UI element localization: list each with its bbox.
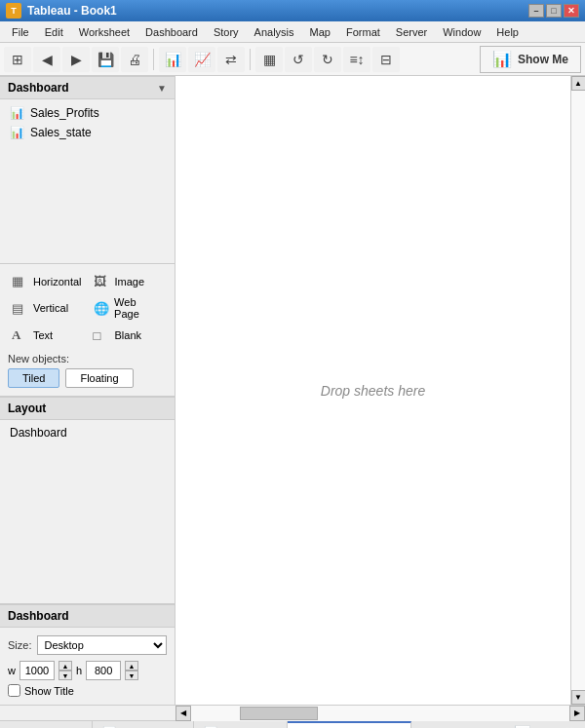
dashboard-config: Dashboard Size: Desktop Automatic Exactl… — [0, 603, 175, 705]
obj-blank[interactable]: □ Blank — [90, 326, 167, 345]
horizontal-icon: ▦ — [12, 274, 29, 288]
tiled-button[interactable]: Tiled — [8, 368, 59, 388]
menu-dashboard[interactable]: Dashboard — [137, 24, 206, 40]
toolbar-save-button[interactable]: 💾 — [92, 47, 119, 72]
sheet-list: 📊 Sales_Profits 📊 Sales_state — [0, 99, 175, 146]
show-title-row: Show Title — [8, 684, 167, 697]
sheet-item-sales-profits[interactable]: 📊 Sales_Profits — [0, 103, 175, 123]
toolbar-swap-button[interactable]: ⇄ — [217, 47, 245, 72]
toolbar-chart2-button[interactable]: 📈 — [188, 47, 215, 72]
layout-spacer — [0, 445, 175, 603]
dashboard-header-icon[interactable]: ▼ — [157, 83, 167, 94]
obj-image[interactable]: 🖼 Image — [90, 272, 167, 290]
objects-section: ▦ Horizontal 🖼 Image ▤ Vertical 🌐 Web Pa… — [0, 263, 175, 396]
dimensions-row: w ▲ ▼ h ▲ ▼ — [8, 661, 167, 680]
close-button[interactable]: ✕ — [564, 4, 579, 18]
menu-format[interactable]: Format — [338, 24, 388, 40]
size-select[interactable]: Desktop Automatic Exactly Range — [37, 635, 167, 655]
h-scroll-thumb[interactable] — [240, 707, 318, 720]
sheet-chart-icon-1: 📊 — [10, 106, 24, 120]
menu-map[interactable]: Map — [302, 24, 338, 40]
dashboard-panel-header: Dashboard ▼ — [0, 76, 175, 99]
new-objects-label: New objects: — [8, 353, 167, 364]
width-up-button[interactable]: ▲ — [58, 661, 72, 671]
h-scroll-right-button[interactable]: ▶ — [569, 706, 585, 721]
toolbar-undo-button[interactable]: ↺ — [285, 47, 312, 72]
tab-actions: 📊 ⊞ 📖 — [507, 721, 585, 728]
tab-sales-state[interactable]: 📊 Sales_state — [194, 721, 288, 728]
obj-horizontal[interactable]: ▦ Horizontal — [8, 272, 86, 290]
tab-profit-dashboard[interactable]: ⊞ Profit_Dashboard — [288, 721, 410, 728]
menu-edit[interactable]: Edit — [37, 24, 71, 40]
toolbar-grid-icon[interactable]: ⊞ — [4, 47, 31, 72]
dashboard-header-label: Dashboard — [8, 81, 69, 95]
h-scrollbar: ◀ ▶ — [0, 705, 585, 720]
toolbar-label-button[interactable]: ⊟ — [372, 47, 400, 72]
title-bar: T Tableau - Book1 – □ ✕ — [0, 0, 585, 21]
menu-analysis[interactable]: Analysis — [247, 24, 302, 40]
toolbar-filter-button[interactable]: ▦ — [255, 47, 283, 72]
h-scroll-spacer — [0, 706, 176, 721]
obj-text[interactable]: A Text — [8, 326, 86, 345]
dashboard-config-header: Dashboard — [0, 604, 175, 628]
menu-help[interactable]: Help — [488, 24, 526, 40]
height-input[interactable] — [86, 661, 121, 680]
objects-grid: ▦ Horizontal 🖼 Image ▤ Vertical 🌐 Web Pa… — [8, 272, 167, 345]
height-down-button[interactable]: ▼ — [125, 671, 138, 680]
show-title-checkbox[interactable] — [8, 684, 20, 697]
toolbar-forward-button[interactable]: ▶ — [62, 47, 90, 72]
toolbar-redo-button[interactable]: ↻ — [314, 47, 341, 72]
menu-story[interactable]: Story — [206, 24, 247, 40]
drop-hint: Drop sheets here — [321, 383, 425, 399]
sheet-item-sales-state[interactable]: 📊 Sales_state — [0, 123, 175, 142]
tab-bar: ⊞ Data Source 📊 Sales_Profits 📊 Sales_st… — [0, 720, 585, 728]
minimize-button[interactable]: – — [528, 4, 544, 18]
menu-bar: File Edit Worksheet Dashboard Story Anal… — [0, 21, 585, 43]
image-icon: 🖼 — [94, 274, 111, 288]
new-sheet-button[interactable]: 📊 — [511, 725, 533, 729]
height-up-button[interactable]: ▲ — [125, 661, 138, 671]
new-story-button[interactable]: 📖 — [559, 725, 581, 729]
width-input[interactable] — [20, 661, 55, 680]
show-me-button[interactable]: 📊 Show Me — [480, 46, 581, 73]
h-scroll-track[interactable] — [191, 706, 569, 721]
tab-datasource[interactable]: ⊞ Data Source — [0, 721, 93, 728]
height-label: h — [76, 665, 82, 676]
toolbar-chart-button[interactable]: 📊 — [159, 47, 186, 72]
toolbar: ⊞ ◀ ▶ 💾 🖨 📊 📈 ⇄ ▦ ↺ ↻ ≡↕ ⊟ 📊 Show Me — [0, 43, 585, 76]
toolbar-sort-button[interactable]: ≡↕ — [343, 47, 370, 72]
text-icon: A — [12, 327, 29, 343]
toolbar-separator-1 — [153, 49, 154, 70]
toolbar-back-button[interactable]: ◀ — [33, 47, 60, 72]
scroll-track[interactable] — [571, 91, 586, 690]
show-me-label: Show Me — [518, 53, 568, 66]
scroll-down-button[interactable]: ▼ — [571, 690, 586, 705]
obj-blank-label: Blank — [115, 329, 142, 341]
width-down-button[interactable]: ▼ — [58, 671, 72, 680]
sheet-label-1: Sales_Profits — [30, 106, 99, 120]
scroll-up-button[interactable]: ▲ — [571, 76, 586, 91]
toolbar-separator-2 — [250, 49, 251, 70]
width-label: w — [8, 665, 16, 676]
obj-webpage[interactable]: 🌐 Web Page — [90, 294, 167, 322]
maximize-button[interactable]: □ — [546, 4, 562, 18]
menu-window[interactable]: Window — [435, 24, 488, 40]
toolbar-print-button[interactable]: 🖨 — [121, 47, 148, 72]
dashboard-config-label: Dashboard — [8, 609, 69, 623]
menu-worksheet[interactable]: Worksheet — [71, 24, 137, 40]
h-scroll-left-button[interactable]: ◀ — [176, 706, 191, 721]
obj-vertical[interactable]: ▤ Vertical — [8, 294, 86, 322]
height-spinner: ▲ ▼ — [125, 661, 138, 680]
menu-server[interactable]: Server — [388, 24, 435, 40]
menu-file[interactable]: File — [4, 24, 37, 40]
tab-sales-profits[interactable]: 📊 Sales_Profits — [93, 721, 194, 728]
obj-image-label: Image — [115, 276, 145, 287]
blank-icon: □ — [94, 328, 111, 343]
floating-button[interactable]: Floating — [65, 368, 133, 388]
new-dashboard-button[interactable]: ⊞ — [537, 725, 555, 729]
webpage-icon: 🌐 — [94, 301, 111, 316]
show-title-label: Show Title — [24, 685, 74, 697]
sheet-label-2: Sales_state — [30, 126, 92, 139]
main-layout: Dashboard ▼ 📊 Sales_Profits 📊 Sales_stat… — [0, 76, 585, 705]
vertical-icon: ▤ — [12, 301, 29, 316]
